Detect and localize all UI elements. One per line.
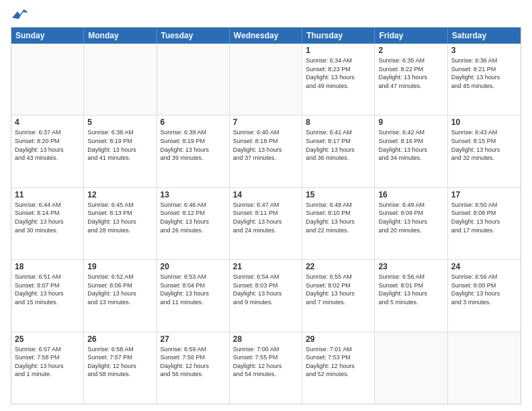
calendar-week-2: 4Sunrise: 6:37 AMSunset: 8:20 PMDaylight…	[11, 116, 521, 187]
calendar-week-3: 11Sunrise: 6:44 AMSunset: 8:14 PMDayligh…	[11, 188, 521, 260]
day-number: 26	[87, 334, 152, 344]
calendar-cell-5-2: 26Sunrise: 6:58 AMSunset: 7:57 PMDayligh…	[84, 332, 157, 404]
calendar-cell-4-4: 21Sunrise: 6:54 AMSunset: 8:03 PMDayligh…	[230, 260, 302, 331]
day-number: 27	[161, 334, 226, 344]
day-header-monday: Monday	[84, 28, 157, 44]
day-header-thursday: Thursday	[302, 28, 375, 44]
calendar-cell-1-2	[84, 44, 157, 115]
calendar-cell-2-1: 4Sunrise: 6:37 AMSunset: 8:20 PMDaylight…	[11, 116, 84, 187]
calendar-cell-3-7: 17Sunrise: 6:50 AMSunset: 8:08 PMDayligh…	[448, 188, 521, 259]
calendar-week-1: 1Sunrise: 6:34 AMSunset: 8:23 PMDaylight…	[11, 44, 521, 116]
calendar-cell-4-3: 20Sunrise: 6:53 AMSunset: 8:04 PMDayligh…	[157, 260, 230, 331]
day-header-tuesday: Tuesday	[157, 28, 230, 44]
calendar-cell-5-5: 29Sunrise: 7:01 AMSunset: 7:53 PMDayligh…	[302, 332, 375, 404]
calendar-cell-2-5: 8Sunrise: 6:41 AMSunset: 8:17 PMDaylight…	[302, 116, 375, 187]
day-info: Sunrise: 6:46 AMSunset: 8:12 PMDaylight:…	[161, 201, 226, 234]
day-header-sunday: Sunday	[11, 28, 84, 44]
day-number: 12	[87, 190, 152, 199]
day-number: 11	[15, 190, 80, 199]
day-number: 19	[87, 262, 152, 271]
day-info: Sunrise: 6:53 AMSunset: 8:04 PMDaylight:…	[161, 273, 226, 306]
calendar-cell-4-7: 24Sunrise: 6:56 AMSunset: 8:00 PMDayligh…	[448, 260, 521, 331]
day-number: 21	[233, 262, 298, 271]
calendar-cell-1-5: 1Sunrise: 6:34 AMSunset: 8:23 PMDaylight…	[302, 44, 375, 115]
calendar-body: 1Sunrise: 6:34 AMSunset: 8:23 PMDaylight…	[11, 44, 521, 404]
day-number: 18	[15, 262, 80, 271]
calendar-cell-2-4: 7Sunrise: 6:40 AMSunset: 8:18 PMDaylight…	[230, 116, 302, 187]
day-info: Sunrise: 6:34 AMSunset: 8:23 PMDaylight:…	[306, 56, 371, 90]
calendar-cell-5-6	[375, 332, 447, 404]
calendar-cell-1-4	[230, 44, 302, 115]
calendar-cell-2-7: 10Sunrise: 6:43 AMSunset: 8:15 PMDayligh…	[448, 116, 521, 187]
day-info: Sunrise: 6:43 AMSunset: 8:15 PMDaylight:…	[451, 128, 517, 162]
calendar-cell-4-2: 19Sunrise: 6:52 AMSunset: 8:06 PMDayligh…	[84, 260, 157, 331]
day-info: Sunrise: 6:37 AMSunset: 8:20 PMDaylight:…	[15, 128, 80, 162]
calendar-week-4: 18Sunrise: 6:51 AMSunset: 8:07 PMDayligh…	[11, 260, 521, 332]
day-info: Sunrise: 6:41 AMSunset: 8:17 PMDaylight:…	[306, 128, 371, 162]
day-number: 14	[233, 190, 298, 199]
day-number: 17	[451, 190, 517, 199]
day-number: 15	[306, 190, 371, 199]
calendar-cell-2-3: 6Sunrise: 6:39 AMSunset: 8:19 PMDaylight…	[157, 116, 230, 187]
day-info: Sunrise: 6:57 AMSunset: 7:58 PMDaylight:…	[15, 345, 80, 379]
day-info: Sunrise: 6:52 AMSunset: 8:06 PMDaylight:…	[87, 273, 152, 306]
day-info: Sunrise: 6:59 AMSunset: 7:56 PMDaylight:…	[161, 345, 226, 379]
day-number: 28	[233, 334, 298, 344]
calendar-week-5: 25Sunrise: 6:57 AMSunset: 7:58 PMDayligh…	[11, 332, 521, 404]
calendar-cell-2-6: 9Sunrise: 6:42 AMSunset: 8:16 PMDaylight…	[375, 116, 447, 187]
logo	[11, 7, 28, 21]
calendar-cell-5-1: 25Sunrise: 6:57 AMSunset: 7:58 PMDayligh…	[11, 332, 84, 404]
day-number: 16	[378, 190, 443, 199]
day-info: Sunrise: 6:42 AMSunset: 8:16 PMDaylight:…	[378, 128, 443, 162]
day-number: 4	[15, 118, 80, 127]
calendar-cell-4-1: 18Sunrise: 6:51 AMSunset: 8:07 PMDayligh…	[11, 260, 84, 331]
day-info: Sunrise: 6:44 AMSunset: 8:14 PMDaylight:…	[15, 201, 80, 234]
calendar-cell-5-3: 27Sunrise: 6:59 AMSunset: 7:56 PMDayligh…	[157, 332, 230, 404]
day-number: 3	[451, 46, 517, 55]
day-info: Sunrise: 6:55 AMSunset: 8:02 PMDaylight:…	[306, 273, 371, 306]
calendar-cell-3-4: 14Sunrise: 6:47 AMSunset: 8:11 PMDayligh…	[230, 188, 302, 259]
calendar-cell-1-7: 3Sunrise: 6:36 AMSunset: 8:21 PMDaylight…	[448, 44, 521, 115]
day-number: 6	[161, 118, 226, 127]
day-number: 7	[233, 118, 298, 127]
day-info: Sunrise: 6:49 AMSunset: 8:09 PMDaylight:…	[378, 201, 443, 234]
day-info: Sunrise: 6:54 AMSunset: 8:03 PMDaylight:…	[233, 273, 298, 306]
calendar-cell-2-2: 5Sunrise: 6:38 AMSunset: 8:19 PMDaylight…	[84, 116, 157, 187]
calendar-cell-1-6: 2Sunrise: 6:35 AMSunset: 8:22 PMDaylight…	[375, 44, 447, 115]
day-header-saturday: Saturday	[448, 28, 521, 44]
day-number: 24	[451, 262, 517, 271]
day-info: Sunrise: 6:56 AMSunset: 8:01 PMDaylight:…	[378, 273, 443, 306]
calendar-cell-5-7	[448, 332, 521, 404]
calendar: SundayMondayTuesdayWednesdayThursdayFrid…	[11, 27, 521, 404]
calendar-cell-4-5: 22Sunrise: 6:55 AMSunset: 8:02 PMDayligh…	[302, 260, 375, 331]
day-info: Sunrise: 6:50 AMSunset: 8:08 PMDaylight:…	[451, 201, 517, 234]
page-header	[11, 7, 521, 21]
day-info: Sunrise: 6:45 AMSunset: 8:13 PMDaylight:…	[87, 201, 152, 234]
calendar-cell-1-3	[157, 44, 230, 115]
day-number: 25	[15, 334, 80, 344]
day-info: Sunrise: 6:51 AMSunset: 8:07 PMDaylight:…	[15, 273, 80, 306]
calendar-header: SundayMondayTuesdayWednesdayThursdayFrid…	[11, 28, 521, 44]
day-info: Sunrise: 6:47 AMSunset: 8:11 PMDaylight:…	[233, 201, 298, 234]
day-info: Sunrise: 7:00 AMSunset: 7:55 PMDaylight:…	[233, 345, 298, 379]
day-number: 8	[306, 118, 371, 127]
day-info: Sunrise: 6:36 AMSunset: 8:21 PMDaylight:…	[451, 56, 517, 90]
calendar-cell-5-4: 28Sunrise: 7:00 AMSunset: 7:55 PMDayligh…	[230, 332, 302, 404]
calendar-cell-4-6: 23Sunrise: 6:56 AMSunset: 8:01 PMDayligh…	[375, 260, 447, 331]
day-info: Sunrise: 6:40 AMSunset: 8:18 PMDaylight:…	[233, 128, 298, 162]
day-number: 13	[161, 190, 226, 199]
day-info: Sunrise: 6:39 AMSunset: 8:19 PMDaylight:…	[161, 128, 226, 162]
calendar-cell-3-1: 11Sunrise: 6:44 AMSunset: 8:14 PMDayligh…	[11, 188, 84, 259]
calendar-cell-1-1	[11, 44, 84, 115]
day-info: Sunrise: 6:56 AMSunset: 8:00 PMDaylight:…	[451, 273, 517, 306]
calendar-cell-3-6: 16Sunrise: 6:49 AMSunset: 8:09 PMDayligh…	[375, 188, 447, 259]
calendar-cell-3-2: 12Sunrise: 6:45 AMSunset: 8:13 PMDayligh…	[84, 188, 157, 259]
day-header-wednesday: Wednesday	[230, 28, 302, 44]
day-info: Sunrise: 6:35 AMSunset: 8:22 PMDaylight:…	[378, 56, 443, 90]
logo-bird-icon	[12, 7, 28, 21]
day-number: 2	[378, 46, 443, 55]
day-number: 23	[378, 262, 443, 271]
day-number: 22	[306, 262, 371, 271]
day-info: Sunrise: 6:48 AMSunset: 8:10 PMDaylight:…	[306, 201, 371, 234]
day-number: 10	[451, 118, 517, 127]
